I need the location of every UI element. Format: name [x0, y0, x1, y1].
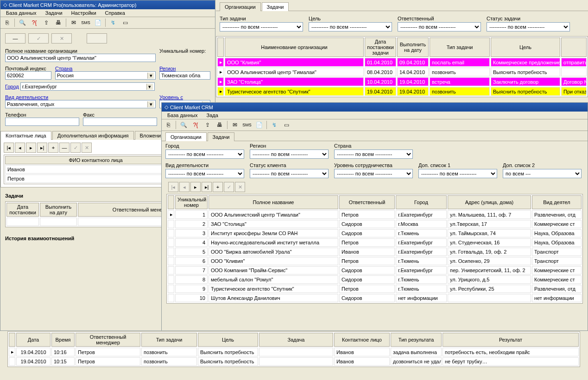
table-row[interactable]: 4Научно-исследовательский институт метал…: [168, 238, 582, 247]
col2-city[interactable]: Город: [396, 195, 447, 209]
sel-city[interactable]: г.Екатеринбург▾: [20, 82, 155, 91]
link-region[interactable]: Регион: [159, 66, 176, 71]
nav2-next[interactable]: ▸: [190, 182, 201, 192]
sel-activity[interactable]: Развлечения, отдых▾: [5, 100, 156, 108]
table-row[interactable]: ▸ЗАО "Столица"10.04.201019.04.2010встреч…: [217, 77, 587, 86]
col-taskdate2[interactable]: Выполнить на дату: [40, 203, 77, 217]
table-row[interactable]: 7ООО Компания "Прайм-Сервис"Сидоровг.Ека…: [168, 266, 582, 274]
col-taskdate1[interactable]: Дата постановки: [6, 203, 39, 217]
sel-resp[interactable]: ---------- по всем ----------: [398, 22, 481, 31]
tb2-copy-icon[interactable]: ⎘: [164, 120, 173, 130]
table-row[interactable]: ▸Туристическое агентство "Спутник"19.04.…: [217, 87, 587, 96]
menu-db[interactable]: База данных: [2, 9, 40, 17]
nav2-last[interactable]: ▸|: [202, 182, 212, 192]
nav2-cancel[interactable]: ✕: [235, 182, 245, 192]
tab-contacts[interactable]: Контактные лица: [0, 131, 51, 140]
sel-tasktype[interactable]: ---------- по всем ----------: [220, 22, 303, 31]
tb2-search-icon[interactable]: 🔍: [179, 120, 188, 130]
sel-Вид деятельности[interactable]: ---------- по всем ----------: [165, 169, 244, 178]
link-city[interactable]: Город: [5, 84, 19, 89]
inp-post[interactable]: [5, 71, 51, 80]
inp-orgname[interactable]: [5, 54, 156, 62]
tab-organizations[interactable]: Организации: [220, 2, 261, 11]
col-orgname[interactable]: Наименование организации: [225, 37, 364, 57]
col-htype[interactable]: Тип задачи: [141, 333, 197, 347]
link-country[interactable]: Страна: [55, 66, 72, 71]
table-row[interactable]: ▸ООО Альпинистский центр "Гималаи"08.04.…: [217, 68, 587, 76]
tb2-export-icon[interactable]: ⇪: [203, 120, 212, 130]
sel-Страна[interactable]: ---------- по всем ----------: [334, 150, 413, 159]
nav-ok[interactable]: ✓: [70, 143, 81, 153]
tb-card-icon[interactable]: ▭: [120, 18, 130, 27]
tb-brush-icon[interactable]: ↯: [108, 18, 118, 27]
tab-extra[interactable]: Дополнительная информация: [52, 131, 134, 140]
sel-status[interactable]: ---------- по всем ----------: [487, 22, 570, 31]
col-date2[interactable]: Выполнить на дату: [397, 37, 429, 57]
nav-prev[interactable]: ◂: [15, 143, 25, 153]
table-row[interactable]: 8мебельный салон "Ромул"Сидоровг.Тюменьу…: [168, 275, 582, 284]
col-hmgr[interactable]: Ответственный менеджер: [76, 333, 140, 347]
table-row[interactable]: 2ЗАО "Столица"Сидоровг.Москваул.Тверская…: [168, 220, 582, 228]
tb-filter-icon[interactable]: ?{: [30, 18, 39, 27]
sel-Доп. список 1[interactable]: ---------- по всем ----------: [418, 169, 497, 178]
tb2-mail-icon[interactable]: ✉: [230, 120, 240, 130]
inp-region[interactable]: [159, 71, 210, 80]
col-goal[interactable]: Цель: [491, 37, 560, 57]
btn-x[interactable]: ✕: [51, 33, 72, 44]
col-hresult[interactable]: Результат: [443, 333, 579, 347]
tb-export-icon[interactable]: ⇪: [42, 18, 51, 27]
col-hdate[interactable]: Дата: [16, 333, 51, 347]
nav2-add[interactable]: +: [213, 182, 223, 192]
sel-country[interactable]: Россия▾: [55, 71, 156, 80]
menu-help[interactable]: Справка: [101, 9, 129, 17]
col2-act[interactable]: Вид деятел: [532, 195, 582, 209]
table-row[interactable]: 6ООО "Кливия"Петровг.Тюменьул. Осипенко,…: [168, 257, 582, 265]
tb-doc-icon[interactable]: 📄: [93, 18, 102, 27]
nav-del[interactable]: —: [59, 143, 70, 153]
btn-check[interactable]: ✓: [28, 33, 49, 44]
col-extra[interactable]: [561, 37, 587, 57]
tb-print-icon[interactable]: 🖶: [54, 18, 63, 27]
nav-cancel[interactable]: ✕: [82, 143, 92, 153]
col-htime[interactable]: Время: [51, 333, 75, 347]
nav-add[interactable]: +: [48, 143, 58, 153]
menu-tasks[interactable]: Задачи: [42, 9, 66, 17]
col2-name[interactable]: Полное название: [209, 195, 338, 209]
tb2-doc-icon[interactable]: 📄: [254, 120, 264, 130]
col-type[interactable]: Тип задачи: [430, 37, 490, 57]
col-hrestype[interactable]: Тип результата: [391, 333, 442, 347]
tb2-brush-icon[interactable]: ↯: [270, 120, 279, 130]
inp-phone[interactable]: [5, 118, 79, 126]
table-row[interactable]: 10Шутов Александр ДаниловичСидоровнет ин…: [168, 294, 582, 302]
inp-fax[interactable]: [83, 118, 157, 126]
tb-sms-icon[interactable]: SMS: [81, 18, 90, 27]
tb-search-icon[interactable]: 🔍: [18, 18, 27, 27]
nav2-first[interactable]: |◂: [168, 182, 178, 192]
col-date1[interactable]: Дата постановки задачи: [365, 37, 396, 57]
col-hcontact[interactable]: Контактное лицо: [334, 333, 390, 347]
sel-goal[interactable]: ---------- по всем ----------: [309, 22, 392, 31]
nav-last[interactable]: ▸|: [37, 143, 47, 153]
tb2-print-icon[interactable]: 🖶: [215, 120, 224, 130]
tb2-filter-icon[interactable]: ?{: [191, 120, 200, 130]
sel-Регион[interactable]: ---------- по всем ----------: [250, 150, 329, 159]
col-fio[interactable]: ФИО контактного лица: [5, 156, 186, 164]
nav-first[interactable]: |◂: [4, 143, 14, 153]
nav2-ok[interactable]: ✓: [224, 182, 234, 192]
link-level[interactable]: Уровень с: [159, 94, 183, 100]
btn-minus[interactable]: —: [5, 33, 25, 44]
table-row[interactable]: ▸ООО "Кливия"01.04.201009.04.2010послать…: [217, 58, 587, 67]
col2-uid[interactable]: Уникальный номер: [175, 195, 208, 209]
table-row[interactable]: ▸19.04.201010:16ПетровпозвонитьВыяснить …: [9, 348, 579, 356]
col2-addr[interactable]: Адрес (улица, дома): [448, 195, 531, 209]
sel-Город[interactable]: ---------- по всем ----------: [165, 150, 244, 159]
nav2-prev[interactable]: ◂: [179, 182, 190, 192]
nav-next[interactable]: ▸: [26, 143, 36, 153]
tab2-org[interactable]: Организации: [165, 132, 207, 141]
table-row[interactable]: 9Туристическое агентство "Спутник"Петров…: [168, 285, 582, 293]
table-row[interactable]: 5ООО "Биржа автомобилей Урала"Ивановг.Ек…: [168, 248, 582, 256]
col-htask[interactable]: Задача: [259, 333, 333, 347]
table-row[interactable]: ▸1ООО Альпинистский центр "Гималаи"Петро…: [168, 210, 582, 219]
btn-yellow-icon[interactable]: [87, 33, 107, 44]
menu2-db[interactable]: База данных: [164, 112, 202, 119]
